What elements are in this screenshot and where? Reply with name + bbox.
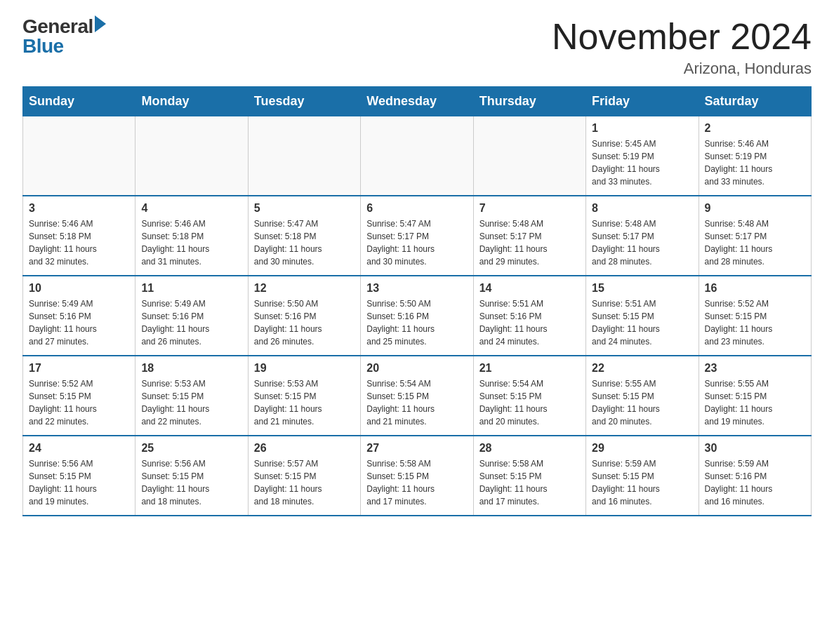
day-number: 24 xyxy=(29,442,129,455)
day-cell xyxy=(361,116,473,196)
day-info: Sunrise: 5:47 AM Sunset: 5:18 PM Dayligh… xyxy=(254,217,355,268)
title-section: November 2024 Arizona, Honduras xyxy=(552,17,812,78)
column-header-monday: Monday xyxy=(135,87,248,116)
day-info: Sunrise: 5:51 AM Sunset: 5:15 PM Dayligh… xyxy=(592,297,692,348)
day-number: 3 xyxy=(29,202,129,215)
day-info: Sunrise: 5:48 AM Sunset: 5:17 PM Dayligh… xyxy=(479,217,580,268)
day-info: Sunrise: 5:59 AM Sunset: 5:15 PM Dayligh… xyxy=(592,457,692,508)
day-number: 14 xyxy=(479,282,580,295)
day-info: Sunrise: 5:53 AM Sunset: 5:15 PM Dayligh… xyxy=(254,377,355,428)
day-info: Sunrise: 5:52 AM Sunset: 5:15 PM Dayligh… xyxy=(705,297,805,348)
column-header-friday: Friday xyxy=(586,87,699,116)
day-number: 19 xyxy=(254,362,355,375)
day-cell xyxy=(473,116,585,196)
day-number: 15 xyxy=(592,282,692,295)
day-info: Sunrise: 5:50 AM Sunset: 5:16 PM Dayligh… xyxy=(254,297,355,348)
logo: General Blue xyxy=(22,17,106,56)
day-cell: 9Sunrise: 5:48 AM Sunset: 5:17 PM Daylig… xyxy=(699,196,811,276)
day-number: 21 xyxy=(479,362,580,375)
day-number: 4 xyxy=(141,202,241,215)
day-info: Sunrise: 5:54 AM Sunset: 5:15 PM Dayligh… xyxy=(366,377,467,428)
day-info: Sunrise: 5:56 AM Sunset: 5:15 PM Dayligh… xyxy=(29,457,129,508)
day-number: 30 xyxy=(705,442,805,455)
day-number: 1 xyxy=(592,122,692,135)
day-cell: 12Sunrise: 5:50 AM Sunset: 5:16 PM Dayli… xyxy=(248,276,360,356)
day-cell: 10Sunrise: 5:49 AM Sunset: 5:16 PM Dayli… xyxy=(23,276,135,356)
day-info: Sunrise: 5:48 AM Sunset: 5:17 PM Dayligh… xyxy=(592,217,692,268)
day-info: Sunrise: 5:53 AM Sunset: 5:15 PM Dayligh… xyxy=(141,377,241,428)
day-number: 2 xyxy=(705,122,805,135)
day-number: 26 xyxy=(254,442,355,455)
day-cell: 4Sunrise: 5:46 AM Sunset: 5:18 PM Daylig… xyxy=(135,196,248,276)
day-number: 23 xyxy=(705,362,805,375)
day-number: 22 xyxy=(592,362,692,375)
column-header-sunday: Sunday xyxy=(23,87,135,116)
day-cell: 20Sunrise: 5:54 AM Sunset: 5:15 PM Dayli… xyxy=(361,356,473,436)
day-cell: 23Sunrise: 5:55 AM Sunset: 5:15 PM Dayli… xyxy=(699,356,811,436)
column-header-wednesday: Wednesday xyxy=(361,87,473,116)
calendar-header-row: SundayMondayTuesdayWednesdayThursdayFrid… xyxy=(23,87,812,116)
day-info: Sunrise: 5:46 AM Sunset: 5:19 PM Dayligh… xyxy=(705,137,805,188)
day-info: Sunrise: 5:46 AM Sunset: 5:18 PM Dayligh… xyxy=(29,217,129,268)
week-row-1: 1Sunrise: 5:45 AM Sunset: 5:19 PM Daylig… xyxy=(23,116,812,196)
day-number: 25 xyxy=(141,442,241,455)
page-header: General Blue November 2024 Arizona, Hond… xyxy=(22,17,812,78)
day-cell: 27Sunrise: 5:58 AM Sunset: 5:15 PM Dayli… xyxy=(361,436,473,516)
column-header-saturday: Saturday xyxy=(699,87,811,116)
day-number: 17 xyxy=(29,362,129,375)
day-info: Sunrise: 5:58 AM Sunset: 5:15 PM Dayligh… xyxy=(479,457,580,508)
day-cell: 18Sunrise: 5:53 AM Sunset: 5:15 PM Dayli… xyxy=(135,356,248,436)
day-number: 13 xyxy=(366,282,467,295)
day-number: 16 xyxy=(705,282,805,295)
day-number: 5 xyxy=(254,202,355,215)
day-info: Sunrise: 5:55 AM Sunset: 5:15 PM Dayligh… xyxy=(592,377,692,428)
day-info: Sunrise: 5:52 AM Sunset: 5:15 PM Dayligh… xyxy=(29,377,129,428)
location-subtitle: Arizona, Honduras xyxy=(552,60,812,78)
day-cell: 21Sunrise: 5:54 AM Sunset: 5:15 PM Dayli… xyxy=(473,356,585,436)
day-number: 6 xyxy=(366,202,467,215)
day-info: Sunrise: 5:47 AM Sunset: 5:17 PM Dayligh… xyxy=(366,217,467,268)
day-number: 20 xyxy=(366,362,467,375)
day-info: Sunrise: 5:49 AM Sunset: 5:16 PM Dayligh… xyxy=(141,297,241,348)
day-info: Sunrise: 5:55 AM Sunset: 5:15 PM Dayligh… xyxy=(705,377,805,428)
day-info: Sunrise: 5:57 AM Sunset: 5:15 PM Dayligh… xyxy=(254,457,355,508)
day-info: Sunrise: 5:54 AM Sunset: 5:15 PM Dayligh… xyxy=(479,377,580,428)
day-cell: 24Sunrise: 5:56 AM Sunset: 5:15 PM Dayli… xyxy=(23,436,135,516)
day-cell: 22Sunrise: 5:55 AM Sunset: 5:15 PM Dayli… xyxy=(586,356,699,436)
day-info: Sunrise: 5:49 AM Sunset: 5:16 PM Dayligh… xyxy=(29,297,129,348)
day-cell: 30Sunrise: 5:59 AM Sunset: 5:16 PM Dayli… xyxy=(699,436,811,516)
day-info: Sunrise: 5:48 AM Sunset: 5:17 PM Dayligh… xyxy=(705,217,805,268)
calendar-table: SundayMondayTuesdayWednesdayThursdayFrid… xyxy=(22,86,812,516)
day-info: Sunrise: 5:50 AM Sunset: 5:16 PM Dayligh… xyxy=(366,297,467,348)
day-number: 9 xyxy=(705,202,805,215)
week-row-2: 3Sunrise: 5:46 AM Sunset: 5:18 PM Daylig… xyxy=(23,196,812,276)
day-cell: 6Sunrise: 5:47 AM Sunset: 5:17 PM Daylig… xyxy=(361,196,473,276)
week-row-3: 10Sunrise: 5:49 AM Sunset: 5:16 PM Dayli… xyxy=(23,276,812,356)
day-cell: 16Sunrise: 5:52 AM Sunset: 5:15 PM Dayli… xyxy=(699,276,811,356)
logo-arrow-icon xyxy=(95,15,106,32)
day-number: 11 xyxy=(141,282,241,295)
day-cell xyxy=(23,116,135,196)
column-header-tuesday: Tuesday xyxy=(248,87,360,116)
day-cell: 3Sunrise: 5:46 AM Sunset: 5:18 PM Daylig… xyxy=(23,196,135,276)
logo-general-text: General xyxy=(22,17,93,36)
column-header-thursday: Thursday xyxy=(473,87,585,116)
day-number: 8 xyxy=(592,202,692,215)
day-cell: 7Sunrise: 5:48 AM Sunset: 5:17 PM Daylig… xyxy=(473,196,585,276)
day-cell: 26Sunrise: 5:57 AM Sunset: 5:15 PM Dayli… xyxy=(248,436,360,516)
day-cell: 25Sunrise: 5:56 AM Sunset: 5:15 PM Dayli… xyxy=(135,436,248,516)
day-cell xyxy=(248,116,360,196)
day-cell xyxy=(135,116,248,196)
day-info: Sunrise: 5:51 AM Sunset: 5:16 PM Dayligh… xyxy=(479,297,580,348)
day-cell: 19Sunrise: 5:53 AM Sunset: 5:15 PM Dayli… xyxy=(248,356,360,436)
day-cell: 17Sunrise: 5:52 AM Sunset: 5:15 PM Dayli… xyxy=(23,356,135,436)
day-number: 10 xyxy=(29,282,129,295)
day-number: 28 xyxy=(479,442,580,455)
day-number: 27 xyxy=(366,442,467,455)
day-info: Sunrise: 5:46 AM Sunset: 5:18 PM Dayligh… xyxy=(141,217,241,268)
day-number: 29 xyxy=(592,442,692,455)
day-cell: 5Sunrise: 5:47 AM Sunset: 5:18 PM Daylig… xyxy=(248,196,360,276)
day-info: Sunrise: 5:45 AM Sunset: 5:19 PM Dayligh… xyxy=(592,137,692,188)
day-number: 18 xyxy=(141,362,241,375)
day-info: Sunrise: 5:56 AM Sunset: 5:15 PM Dayligh… xyxy=(141,457,241,508)
